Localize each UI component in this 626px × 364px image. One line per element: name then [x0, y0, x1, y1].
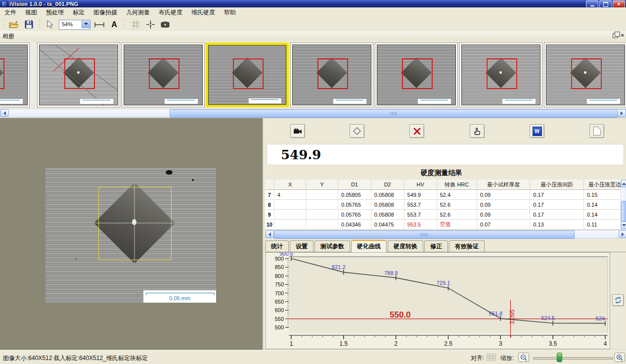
- specimen-image[interactable]: 0.05 mm: [45, 168, 216, 303]
- text-annotation-button[interactable]: A: [108, 19, 121, 31]
- zoom-in-button[interactable]: [614, 353, 625, 362]
- dirt-speck: [192, 179, 194, 181]
- arrow-up-icon: [622, 182, 626, 185]
- column-header[interactable]: HV: [404, 180, 437, 190]
- tab-correction[interactable]: 修正: [424, 240, 448, 252]
- thumbnail-scrollbar[interactable]: [0, 109, 626, 117]
- column-header[interactable]: X: [274, 180, 306, 190]
- thumbnail[interactable]: [290, 43, 373, 107]
- album-close-icon[interactable]: ×: [621, 33, 624, 38]
- menu-item-help[interactable]: 帮助: [220, 7, 240, 18]
- scroll-up-button[interactable]: [621, 180, 626, 187]
- menu-item-brinell-hardness[interactable]: 布氏硬度: [154, 7, 187, 18]
- maximize-button[interactable]: [599, 0, 612, 8]
- scrollbar-thumb[interactable]: [274, 230, 575, 239]
- menu-item-file[interactable]: 文件: [0, 7, 21, 18]
- scrollbar-thumb[interactable]: [170, 109, 618, 118]
- delete-measurement-button[interactable]: [409, 124, 424, 138]
- scrollbar-thumb[interactable]: [621, 201, 626, 222]
- table-vertical-scrollbar[interactable]: [621, 180, 626, 229]
- column-header[interactable]: D1: [338, 180, 371, 190]
- detect-indentation-button[interactable]: [350, 124, 364, 138]
- table-cell: 0.05805: [338, 190, 371, 200]
- menu-item-view[interactable]: 视图: [21, 7, 42, 18]
- menu-item-geometric-measure[interactable]: 几何测量: [122, 7, 154, 18]
- tab-test-params[interactable]: 测试参数: [314, 240, 350, 252]
- scroll-left-button[interactable]: [0, 109, 9, 117]
- blank-document-icon: [593, 127, 601, 136]
- table-row[interactable]: 100.043460.04475953.5空值0.070.130.11: [265, 220, 626, 229]
- thumbnail[interactable]: [544, 43, 626, 107]
- column-header[interactable]: 转换 HRC: [437, 180, 477, 190]
- thumbnail[interactable]: [0, 43, 30, 107]
- snapshot-button[interactable]: [159, 19, 172, 31]
- thumbnail[interactable]: [459, 43, 542, 107]
- column-header[interactable]: 最小试样厚度: [477, 180, 530, 190]
- table-cell: 52.4: [437, 190, 477, 200]
- tab-settings[interactable]: 设置: [290, 240, 313, 252]
- table-row[interactable]: 90.057650.05808553.752.60.090.170.14: [265, 210, 626, 220]
- combobox-dropdown-button[interactable]: [82, 20, 90, 28]
- scroll-right-button[interactable]: [619, 230, 626, 238]
- tab-statistics[interactable]: 统计: [265, 240, 289, 252]
- column-header[interactable]: Y: [306, 180, 338, 190]
- menu-item-preprocess[interactable]: 预处理: [42, 7, 68, 18]
- zoom-level-combobox[interactable]: 54%: [59, 20, 90, 30]
- table-cell: 8: [265, 200, 274, 210]
- svg-text:788.9: 788.9: [384, 270, 398, 276]
- column-header[interactable]: 最小压痕间距: [530, 180, 584, 190]
- grid-toggle-button[interactable]: [129, 19, 142, 31]
- table-horizontal-scrollbar[interactable]: [265, 230, 626, 238]
- table-cell: [306, 220, 338, 229]
- toolbar-grip[interactable]: [2, 20, 4, 30]
- table-cell: 553.7: [404, 200, 437, 210]
- tab-validation[interactable]: 有效验证: [449, 240, 485, 252]
- indentation-center-highlight: [584, 71, 586, 74]
- capture-image-button[interactable]: [290, 124, 305, 138]
- column-header[interactable]: 最小压痕至边: [583, 180, 626, 190]
- thumbnail-selected[interactable]: [206, 43, 289, 107]
- close-button[interactable]: ×: [613, 0, 625, 8]
- measure-scale-tool-button[interactable]: [93, 19, 106, 31]
- zoom-out-button[interactable]: [518, 353, 529, 362]
- new-report-button[interactable]: [589, 124, 604, 138]
- save-button[interactable]: [22, 19, 35, 31]
- minimize-button[interactable]: [586, 0, 598, 8]
- table-cell: 0.15: [583, 190, 626, 200]
- table-cell: 0.04475: [371, 220, 404, 229]
- column-header[interactable]: D2: [371, 180, 404, 190]
- cursor-tool-button[interactable]: [44, 19, 56, 31]
- thumbnail[interactable]: [375, 43, 458, 107]
- menu-item-vickers-hardness[interactable]: 维氏硬度: [187, 7, 220, 18]
- thumbnail[interactable]: [122, 43, 205, 107]
- export-word-button[interactable]: W: [530, 124, 544, 138]
- scroll-down-button[interactable]: [621, 222, 626, 229]
- menu-item-calibration[interactable]: 标定: [68, 7, 89, 18]
- manual-measure-button[interactable]: [470, 124, 485, 138]
- image-viewer[interactable]: 0.05 mm: [0, 118, 263, 351]
- toolbar-grip[interactable]: [124, 20, 126, 30]
- thumbnail[interactable]: [37, 43, 120, 107]
- zoom-slider[interactable]: [533, 357, 613, 360]
- menu-item-image-capture[interactable]: 图像拍摄: [89, 7, 122, 18]
- align-grid-icon[interactable]: [487, 354, 496, 363]
- float-panel-icon[interactable]: [613, 33, 618, 38]
- svg-text:850: 850: [275, 264, 284, 270]
- zoom-slider-thumb[interactable]: [557, 353, 562, 362]
- refresh-chart-button[interactable]: [612, 294, 624, 306]
- align-label: 对齐:: [471, 354, 484, 363]
- center-view-button[interactable]: [144, 19, 157, 31]
- indentation-red-box: [149, 58, 179, 89]
- thumbnail-image: [124, 45, 203, 105]
- tab-hardening-curve[interactable]: 硬化曲线: [351, 240, 387, 252]
- scroll-right-button[interactable]: [618, 109, 626, 117]
- table-row[interactable]: 740.058050.05808549.952.40.090.170.15: [265, 190, 626, 200]
- table-row[interactable]: 80.057650.05808553.752.60.090.170.14: [265, 200, 626, 210]
- toolbar-grip[interactable]: [39, 20, 40, 30]
- hardening-chart[interactable]: 50055060065070075080085090011.522.533.54…: [266, 253, 610, 349]
- column-header[interactable]: [265, 180, 274, 190]
- open-file-button[interactable]: [7, 19, 20, 31]
- maximize-icon: [603, 2, 608, 7]
- tab-hardness-conversion[interactable]: 硬度转换: [388, 240, 423, 252]
- scroll-left-button[interactable]: [266, 230, 274, 238]
